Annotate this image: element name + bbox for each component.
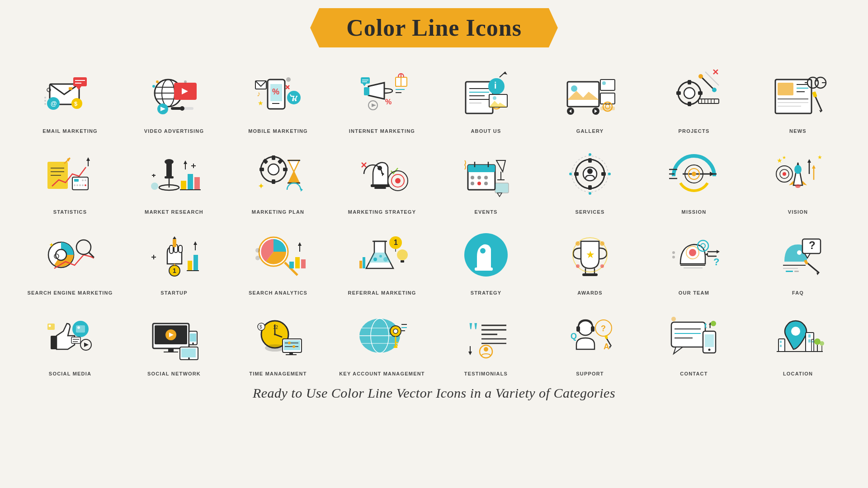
svg-rect-297: [786, 271, 793, 272]
svg-text:♪: ♪: [257, 90, 260, 98]
icon-mobile-marketing[interactable]: % ♪ ★ MOBILE MARKETING: [226, 56, 330, 137]
icon-our-team[interactable]: ? OUR TEAM: [642, 218, 746, 299]
icon-mobile-marketing-label: MOBILE MARKETING: [248, 128, 308, 134]
icon-projects-label: PROJECTS: [679, 128, 710, 134]
svg-rect-157: [278, 158, 283, 164]
svg-marker-249: [298, 242, 302, 246]
icon-marketing-plan-image: ✦: [245, 141, 311, 206]
page-title: Color Line Icons: [346, 15, 522, 41]
icon-contact[interactable]: t f CONTACT: [642, 299, 746, 380]
svg-point-272: [600, 241, 604, 246]
svg-point-329: [265, 344, 285, 352]
icon-internet-marketing[interactable]: % INTERNET MARKETING: [330, 56, 434, 137]
icon-social-network[interactable]: SOCIAL NETWORK: [122, 299, 226, 380]
icon-vision[interactable]: ★ ★ ★ VISION: [746, 137, 850, 218]
icon-marketing-strategy-image: [349, 141, 415, 206]
icon-events[interactable]: EVENTS: [434, 137, 538, 218]
svg-text:i: i: [494, 80, 497, 90]
svg-point-179: [484, 176, 488, 179]
svg-point-180: [471, 182, 474, 185]
svg-text:$: $: [74, 100, 78, 107]
icon-projects-image: ✕: [661, 60, 727, 126]
icon-email-marketing[interactable]: @ $ EMAIL MARKETING: [18, 56, 122, 137]
svg-point-210: [795, 184, 801, 188]
icon-strategy-label: STRATEGY: [471, 290, 502, 296]
svg-point-170: [395, 178, 401, 183]
svg-rect-235: [193, 255, 198, 271]
icon-gallery[interactable]: GALLERY: [538, 56, 642, 137]
icon-startup[interactable]: 1 STARTUP: [122, 218, 226, 299]
icon-news[interactable]: NEWS: [746, 56, 850, 137]
svg-rect-319: [190, 333, 196, 342]
icon-mission[interactable]: MISSION: [642, 137, 746, 218]
svg-rect-309: [47, 324, 55, 330]
svg-point-72: [571, 85, 577, 92]
icon-search-analytics[interactable]: SEARCH ANALYTICS: [226, 218, 330, 299]
svg-point-37: [292, 99, 294, 101]
icon-testimonials-label: TESTIMONIALS: [464, 371, 508, 376]
icon-testimonials[interactable]: " TESTIMONIALS: [434, 299, 538, 380]
svg-marker-162: [301, 188, 303, 192]
svg-point-274: [576, 264, 580, 268]
svg-rect-241: [173, 239, 176, 247]
icon-time-management[interactable]: 12 $ TIME MANAGEMENT: [226, 299, 330, 380]
icon-search-analytics-image: [245, 222, 311, 287]
icon-time-management-image: 12 $: [245, 303, 311, 368]
svg-rect-193: [601, 172, 606, 176]
icon-support[interactable]: Q A ? SUPPORT: [538, 299, 642, 380]
icon-video-advertising[interactable]: VIDEO ADVERTISING: [122, 56, 226, 137]
icon-services[interactable]: SERVICES: [538, 137, 642, 218]
svg-point-85: [684, 88, 695, 99]
icon-awards-image: ★: [557, 222, 623, 287]
svg-point-302: [77, 326, 80, 329]
icon-statistics[interactable]: STATISTICS: [18, 137, 122, 218]
svg-marker-278: [717, 250, 720, 253]
svg-rect-171: [371, 184, 390, 187]
svg-rect-322: [181, 348, 196, 357]
svg-rect-367: [591, 326, 594, 332]
icon-location[interactable]: LOCATION: [746, 299, 850, 380]
svg-text:A: A: [604, 342, 609, 351]
svg-marker-364: [468, 352, 472, 355]
svg-point-178: [477, 176, 481, 179]
svg-marker-293: [816, 272, 819, 275]
icon-strategy[interactable]: STRATEGY: [434, 218, 538, 299]
svg-text:✕: ✕: [712, 68, 719, 77]
svg-text:✦: ✦: [258, 182, 264, 191]
svg-point-149: [151, 183, 158, 190]
svg-rect-316: [168, 348, 174, 352]
svg-rect-394: [780, 341, 782, 343]
svg-point-264: [480, 248, 486, 253]
icon-market-research[interactable]: MARKET RESEARCH: [122, 137, 226, 218]
svg-point-217: [783, 172, 786, 176]
svg-point-386: [671, 317, 676, 321]
icon-referral-marketing-label: REFERRAL MARKETING: [348, 290, 416, 296]
icon-video-advertising-label: VIDEO ADVERTISING: [144, 128, 204, 134]
icon-faq[interactable]: ? FAQ: [746, 218, 850, 299]
icon-awards[interactable]: ★ AWARDS: [538, 218, 642, 299]
icon-projects[interactable]: ✕ PROJECTS: [642, 56, 746, 137]
svg-point-91: [698, 74, 703, 79]
svg-marker-67: [503, 72, 507, 75]
svg-rect-381: [705, 334, 714, 347]
svg-point-13: [44, 103, 46, 105]
icon-about-us[interactable]: i ABOUT US: [434, 56, 538, 137]
icon-social-media-image: t: [38, 303, 103, 368]
icon-our-team-label: OUR TEAM: [679, 290, 709, 296]
icon-search-engine-marketing[interactable]: ✦ SEARCH ENGINE MARKETING: [18, 218, 122, 299]
icon-our-team-image: ?: [661, 222, 727, 287]
icon-key-account-management[interactable]: KEY ACCOUNT MANAGEMENT: [330, 299, 434, 380]
icon-referral-marketing[interactable]: 1 REFERRAL MARKETING: [330, 218, 434, 299]
icon-marketing-plan[interactable]: ✦ MARKETING PLAN: [226, 137, 330, 218]
svg-rect-392: [812, 341, 813, 343]
icon-awards-label: AWARDS: [577, 290, 602, 296]
svg-rect-366: [576, 326, 580, 332]
svg-point-255: [383, 257, 388, 262]
icon-social-media[interactable]: t SOCIAL MEDIA: [18, 299, 122, 380]
icon-marketing-strategy[interactable]: MARKETING STRATEGY: [330, 137, 434, 218]
icon-search-engine-marketing-label: SEARCH ENGINE MARKETING: [28, 290, 113, 296]
icon-email-marketing-image: @ $: [38, 60, 103, 126]
svg-rect-186: [495, 183, 509, 193]
icon-news-label: NEWS: [789, 128, 807, 134]
svg-point-323: [188, 357, 190, 359]
